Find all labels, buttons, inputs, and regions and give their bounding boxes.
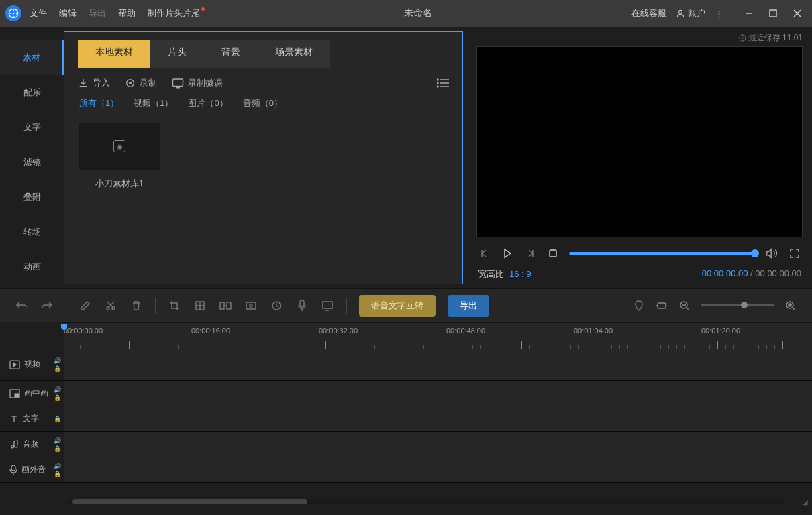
track-lane[interactable] [64,406,812,431]
zoom-out-button[interactable] [678,299,691,312]
volume-button[interactable] [765,247,778,260]
tab-local[interactable]: 本地素材 [78,40,150,68]
edit-button[interactable] [79,299,92,312]
zoom-slider[interactable] [701,304,774,306]
next-frame-button[interactable] [523,247,537,260]
track-voiceover[interactable]: 画外音 🔊🔒 [0,457,812,483]
ratio-value[interactable]: 16 : 9 [509,269,531,279]
track-lane[interactable] [64,349,812,380]
track-text[interactable]: 文字 🔒 [0,406,812,432]
sidebar-item-overlay[interactable]: 叠附 [0,180,64,215]
voice-button[interactable] [295,299,309,312]
sidebar-item-material[interactable]: 素材 [0,40,64,75]
svg-point-19 [437,82,438,84]
lock-icon[interactable]: 🔒 [54,416,61,422]
track-label: 画外音 [21,464,46,475]
track-video[interactable]: 视频 🔊🔒 [0,349,812,381]
import-button[interactable]: 导入 [78,77,110,89]
account-menu[interactable]: 账户 [676,7,705,19]
more-menu[interactable]: ⋮ [715,9,723,19]
scrollbar-thumb[interactable] [72,499,307,504]
track-lane[interactable] [64,381,812,406]
media-filters: 所有（1） 视频（1） 图片（0） 音频（0） [64,93,462,116]
tab-scene[interactable]: 场景素材 [258,40,330,68]
menu-intro-outro[interactable]: 制作片头片尾 [148,7,205,19]
svg-point-4 [13,16,14,17]
sidebar-item-animation[interactable]: 动画 [0,249,64,284]
marker-button[interactable] [632,299,646,312]
track-label: 画中画 [24,388,48,399]
import-icon [78,78,89,89]
ruler-label: 00:00:32.00 [319,327,358,335]
screen-button[interactable] [321,299,334,312]
volume-icon[interactable]: 🔊 [54,386,61,393]
track-pip[interactable]: 画中画 🔊🔒 [0,381,812,406]
sidebar-item-music[interactable]: 配乐 [0,75,64,110]
fullscreen-button[interactable] [788,247,801,260]
record-course-button[interactable]: 录制微课 [172,77,223,89]
ruler-label: 00:01:20.00 [701,327,740,335]
menu-file[interactable]: 文件 [30,7,47,19]
zoom-button[interactable] [244,299,258,312]
record-button[interactable]: 录制 [125,77,157,89]
menu-edit[interactable]: 编辑 [59,7,77,19]
volume-icon[interactable]: 🔊 [54,463,61,469]
volume-icon[interactable]: 🔊 [54,357,61,364]
horizontal-scrollbar[interactable] [67,499,785,504]
track-audio[interactable]: 音频 🔊🔒 [0,432,812,457]
prev-frame-button[interactable] [478,247,491,260]
redo-button[interactable] [40,299,54,312]
tab-intro[interactable]: 片头 [150,40,204,68]
lock-icon[interactable]: 🔒 [54,365,61,372]
menu-export[interactable]: 导出 [89,7,106,19]
lock-icon[interactable]: 🔒 [54,471,61,477]
preview-viewport[interactable] [476,46,803,237]
filter-all[interactable]: 所有（1） [79,97,119,109]
cut-button[interactable] [104,299,117,312]
mosaic-button[interactable] [193,299,207,312]
voice-text-button[interactable]: 语音文字互转 [359,295,436,317]
online-service-link[interactable]: 在线客服 [631,7,666,19]
volume-icon[interactable]: 🔊 [54,437,61,444]
filter-video[interactable]: 视频（1） [134,97,173,109]
svg-point-23 [107,307,109,310]
lock-icon[interactable]: 🔒 [54,445,61,452]
media-item[interactable]: ◉ 小刀素材库1 [79,123,160,190]
timeline-ruler[interactable]: 00:00:00.00 00:00:16.00 00:00:32.00 00:0… [64,322,812,349]
undo-button[interactable] [15,299,28,312]
view-toggle[interactable] [437,78,449,88]
media-toolbar: 导入 录制 录制微课 [64,68,462,93]
svg-point-1 [13,13,15,15]
menu-help[interactable]: 帮助 [118,7,136,19]
fit-button[interactable] [655,299,668,312]
filter-audio[interactable]: 音频（0） [243,97,283,109]
zoom-in-button[interactable] [784,299,797,312]
stop-button[interactable] [546,247,560,260]
export-button[interactable]: 导出 [448,295,489,317]
crop-button[interactable] [168,299,181,312]
svg-point-5 [9,13,11,14]
screen-record-icon [172,78,184,89]
svg-rect-22 [550,250,556,257]
track-lane[interactable] [64,457,812,482]
maximize-button[interactable] [764,4,782,23]
svg-point-3 [16,13,17,14]
svg-point-21 [740,35,746,41]
lock-icon[interactable]: 🔒 [54,394,61,401]
filter-image[interactable]: 图片（0） [188,97,227,109]
sidebar-item-text[interactable]: 文字 [0,110,64,145]
play-button[interactable] [501,247,514,260]
freeze-button[interactable] [219,299,232,312]
close-button[interactable] [788,4,807,23]
speed-button[interactable] [270,299,283,312]
window-title: 未命名 [205,7,631,19]
sidebar-item-transition[interactable]: 转场 [0,215,64,249]
tab-background[interactable]: 背景 [204,40,258,68]
menu-bar: 文件 编辑 导出 帮助 制作片头片尾 [30,7,205,19]
delete-button[interactable] [130,299,143,312]
progress-bar[interactable] [569,252,756,255]
track-lane[interactable] [64,432,812,457]
minimize-button[interactable] [740,4,758,23]
sidebar-item-filter[interactable]: 滤镜 [0,145,64,180]
resize-grip[interactable]: ◢ [803,498,808,506]
